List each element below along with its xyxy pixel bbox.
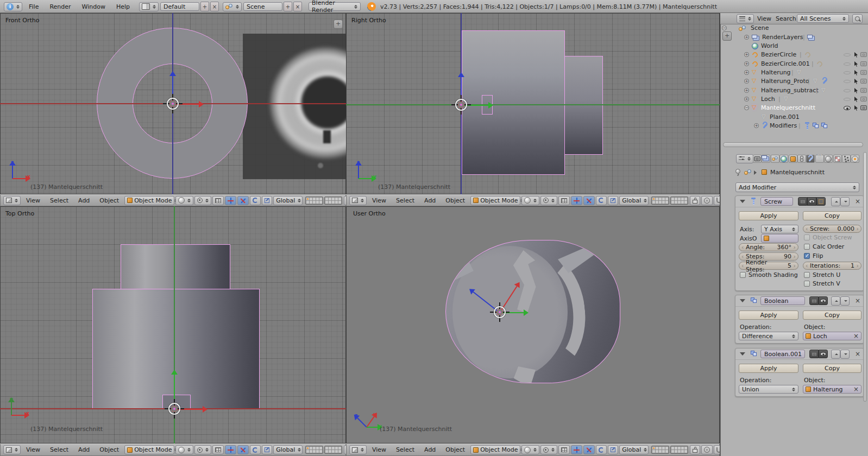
menu-help[interactable]: Help	[111, 3, 135, 10]
toggle-viewport-visibility[interactable]	[819, 296, 828, 305]
region-expand-icon[interactable]: +	[334, 20, 343, 29]
transform-orientation-selector[interactable]: Global	[273, 196, 303, 205]
properties-scrollbar[interactable]	[863, 152, 867, 402]
selectable-icon[interactable]	[854, 61, 859, 67]
scene-icon-button[interactable]	[223, 2, 242, 11]
outliner-search-button[interactable]	[852, 14, 863, 23]
tab-constraints[interactable]	[797, 155, 806, 163]
apply-button[interactable]: Apply	[739, 364, 798, 373]
manipulator-toggle-button[interactable]	[571, 196, 582, 205]
toggle-render-visibility[interactable]	[809, 350, 819, 358]
add-layout-button[interactable]: +	[200, 2, 209, 11]
modifier-name-field[interactable]: Screw	[760, 197, 793, 206]
menu-object[interactable]: Object	[95, 197, 124, 204]
toggle-viewport-visibility[interactable]	[819, 350, 828, 358]
tab-render-layers[interactable]	[762, 155, 770, 163]
screw-panel-header[interactable]: Screw ×	[735, 196, 864, 207]
delete-modifier-icon[interactable]: ×	[855, 297, 860, 304]
pivot-point-selector[interactable]	[194, 445, 211, 454]
viewport-shading-selector[interactable]	[521, 445, 539, 454]
manipulator-rotate-button[interactable]	[596, 445, 607, 454]
tree-row-beziercircle001[interactable]: + BezierCircle.001 |	[720, 60, 868, 68]
tree-row-modifiers[interactable]: + Modifiers |	[720, 122, 868, 130]
tree-row-loch[interactable]: + Loch |	[720, 95, 868, 104]
manipulator-translate-button[interactable]	[237, 445, 249, 454]
panel-expand-icon[interactable]	[740, 352, 745, 356]
tab-render[interactable]	[753, 155, 762, 163]
renderable-icon[interactable]	[860, 52, 867, 57]
collapse-icon[interactable]: −	[722, 26, 727, 30]
layers-widget-2[interactable]	[670, 197, 688, 205]
tree-row-scene[interactable]: − Scene	[720, 24, 868, 33]
renderable-icon[interactable]	[860, 88, 867, 93]
tree-row-mantelquerschnitt[interactable]: − Mantelquerschnitt	[720, 104, 868, 112]
menu-view[interactable]: View	[367, 197, 391, 204]
renderable-icon[interactable]	[860, 97, 867, 102]
editor-type-button-3dview[interactable]	[349, 196, 367, 205]
axis-dropdown[interactable]: Y Axis	[761, 225, 798, 233]
eye-icon[interactable]	[844, 106, 851, 110]
eye-icon[interactable]	[844, 71, 851, 74]
manipulator-toggle-button[interactable]	[225, 445, 236, 454]
snap-element-button[interactable]	[558, 445, 570, 454]
expand-icon[interactable]: +	[744, 52, 749, 57]
tab-modifiers[interactable]	[806, 155, 815, 163]
3d-cursor[interactable]	[166, 97, 180, 111]
panel-expand-icon[interactable]	[740, 200, 745, 203]
proportional-edit-button[interactable]	[701, 445, 713, 454]
flip-checkbox[interactable]	[804, 253, 810, 259]
move-modifier-down-button[interactable]	[840, 197, 850, 206]
layers-widget[interactable]	[305, 197, 323, 205]
stretch-v-checkbox[interactable]	[804, 281, 810, 287]
menu-object[interactable]: Object	[441, 197, 470, 204]
add-modifier-dropdown[interactable]: Add Modifier	[735, 182, 859, 192]
delete-modifier-icon[interactable]: ×	[855, 198, 860, 205]
tab-physics[interactable]	[851, 155, 859, 163]
menu-view[interactable]: View	[757, 15, 771, 22]
mesh-3d-body[interactable]	[445, 240, 620, 383]
toggle-viewport-visibility[interactable]	[807, 197, 816, 206]
tree-row-halterung[interactable]: + Halterung |	[720, 68, 868, 77]
snap-toggle-button[interactable]	[714, 445, 720, 454]
stretch-u-checkbox[interactable]	[804, 272, 810, 278]
tree-row-beziercircle[interactable]: + BezierCircle |	[720, 50, 868, 59]
menu-render[interactable]: Render	[45, 3, 76, 10]
mode-selector[interactable]: Object Mode	[124, 196, 174, 205]
layers-widget[interactable]	[651, 197, 669, 205]
renderable-icon[interactable]	[860, 105, 867, 110]
manipulator-scale-button[interactable]	[608, 196, 618, 205]
menu-view[interactable]: View	[367, 446, 391, 453]
outliner-scrollbar[interactable]	[723, 142, 863, 147]
smooth-shading-checkbox[interactable]	[740, 272, 746, 278]
move-modifier-down-button[interactable]	[840, 296, 850, 306]
menu-select[interactable]: Select	[391, 446, 419, 453]
transform-orientation-selector[interactable]: Global	[273, 445, 303, 454]
snap-element-button[interactable]	[212, 196, 224, 205]
selectable-icon[interactable]	[854, 70, 859, 75]
manipulator-translate-button[interactable]	[583, 196, 595, 205]
operation-dropdown[interactable]: Difference	[739, 332, 798, 340]
manipulator-scale-button[interactable]	[608, 445, 618, 454]
menu-window[interactable]: Window	[77, 3, 110, 10]
object-screw-checkbox[interactable]	[804, 235, 810, 240]
3d-cursor[interactable]	[454, 98, 468, 112]
viewport-right[interactable]: z y Right Ortho (137) Mantelquerschnitt	[346, 13, 720, 194]
manipulator-toggle-button[interactable]	[571, 445, 582, 454]
collapse-icon[interactable]: −	[744, 105, 749, 110]
tab-texture[interactable]	[833, 155, 842, 163]
expand-icon[interactable]: +	[744, 61, 749, 66]
3d-cursor[interactable]	[493, 305, 507, 319]
add-scene-button[interactable]: +	[284, 2, 292, 11]
expand-icon[interactable]: +	[744, 79, 749, 84]
expand-icon[interactable]: +	[744, 70, 749, 75]
mesh-cylinder-body[interactable]	[462, 30, 565, 175]
pivot-point-selector[interactable]	[194, 196, 211, 205]
screen-layout-icon-button[interactable]	[139, 2, 159, 11]
menu-view[interactable]: View	[21, 446, 45, 453]
pivot-point-selector[interactable]	[540, 445, 557, 454]
pin-icon[interactable]	[735, 169, 740, 174]
manipulator-scale-button[interactable]	[262, 445, 272, 454]
viewport-shading-selector[interactable]	[521, 196, 539, 205]
tab-scene[interactable]	[771, 155, 779, 163]
panel-expand-icon[interactable]	[740, 299, 745, 302]
